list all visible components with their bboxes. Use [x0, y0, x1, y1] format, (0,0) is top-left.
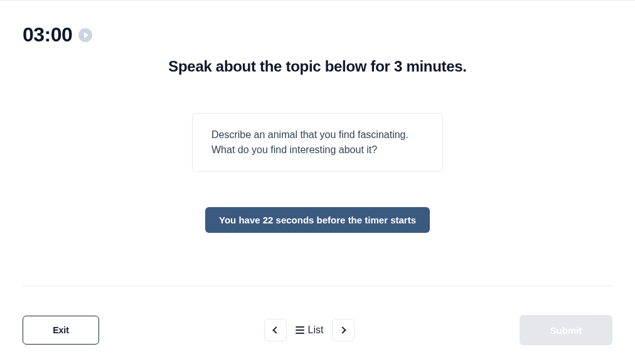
instruction-heading: Speak about the topic below for 3 minute…: [23, 58, 612, 75]
play-icon[interactable]: [78, 28, 92, 42]
topic-card: Describe an animal that you find fascina…: [192, 113, 443, 172]
exit-button[interactable]: Exit: [23, 316, 99, 345]
countdown-banner: You have 22 seconds before the timer sta…: [205, 207, 430, 233]
list-icon: [296, 326, 304, 334]
timer-display: 03:00: [23, 23, 72, 46]
topic-line-2: What do you find interesting about it?: [211, 142, 424, 158]
chevron-left-icon: [272, 326, 279, 333]
next-button[interactable]: [332, 319, 355, 341]
chevron-right-icon: [339, 326, 346, 333]
prev-button[interactable]: [264, 319, 287, 341]
submit-button[interactable]: Submit: [520, 315, 612, 345]
list-label: List: [308, 324, 324, 336]
list-button[interactable]: List: [296, 324, 324, 336]
topic-line-1: Describe an animal that you find fascina…: [211, 127, 424, 142]
